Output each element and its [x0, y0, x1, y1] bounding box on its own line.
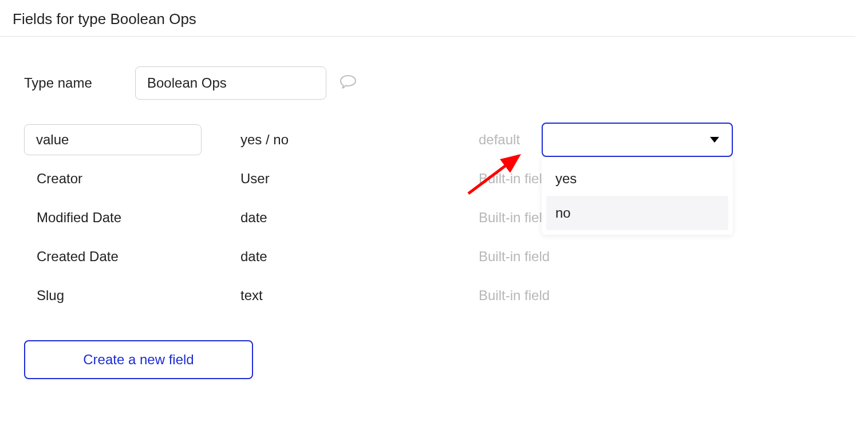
chevron-down-icon	[710, 137, 719, 143]
builtin-name: Slug	[24, 288, 240, 304]
page-title: Fields for type Boolean Ops	[0, 0, 855, 37]
builtin-row-created-date: Created Date date Built-in field	[24, 237, 868, 276]
field-name-input[interactable]	[24, 124, 202, 155]
type-name-label: Type name	[24, 75, 135, 91]
builtin-type: User	[240, 171, 479, 187]
type-name-row: Type name	[24, 66, 868, 100]
dropdown-option-no[interactable]: no	[546, 196, 728, 230]
builtin-name: Modified Date	[24, 210, 240, 226]
default-dropdown: yes no	[542, 157, 733, 235]
builtin-label: Built-in field	[479, 171, 550, 187]
builtin-row-creator: Creator User Built-in field	[24, 159, 868, 198]
default-select-wrapper: yes no	[542, 123, 733, 157]
type-name-input[interactable]	[135, 66, 326, 100]
default-label: default	[479, 132, 542, 148]
dropdown-option-yes[interactable]: yes	[546, 162, 728, 196]
default-select[interactable]	[542, 123, 733, 157]
builtin-label: Built-in field	[479, 249, 550, 265]
content-area: Type name yes / no default yes no	[0, 37, 868, 379]
builtin-type: date	[240, 210, 479, 226]
builtin-type: text	[240, 288, 479, 304]
field-type-label: yes / no	[240, 132, 479, 148]
builtin-label: Built-in field	[479, 210, 550, 226]
comment-icon[interactable]	[339, 74, 357, 92]
builtin-row-modified-date: Modified Date date Built-in field	[24, 198, 868, 237]
builtin-label: Built-in field	[479, 288, 550, 304]
builtin-type: date	[240, 249, 479, 265]
custom-field-row: yes / no default yes no	[24, 120, 868, 159]
builtin-name: Created Date	[24, 249, 240, 265]
builtin-row-slug: Slug text Built-in field	[24, 276, 868, 315]
create-field-button[interactable]: Create a new field	[24, 340, 253, 379]
fields-area: yes / no default yes no Creator User Bui…	[24, 120, 868, 379]
builtin-name: Creator	[24, 171, 240, 187]
